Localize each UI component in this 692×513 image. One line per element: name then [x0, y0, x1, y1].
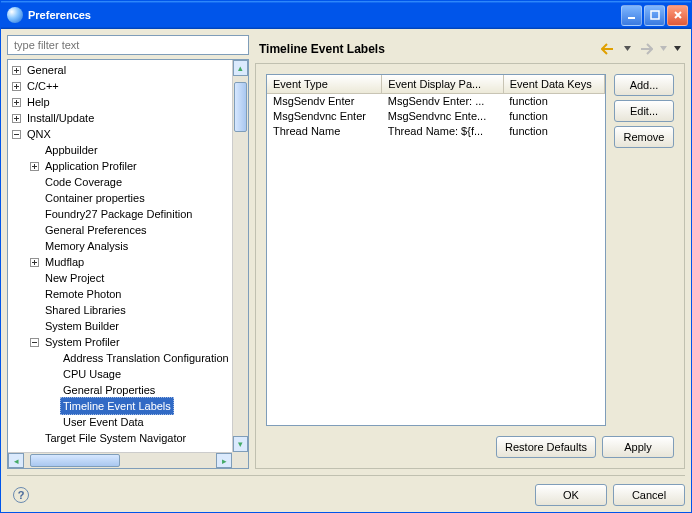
tree-spacer — [48, 418, 57, 427]
tree-item[interactable]: Address Translation Configuration — [8, 350, 232, 366]
expand-icon[interactable] — [12, 98, 21, 107]
tree-item[interactable]: Target File System Navigator — [8, 430, 232, 446]
scroll-left-arrow-icon[interactable]: ◂ — [8, 453, 24, 468]
tree-item[interactable]: Memory Analysis — [8, 238, 232, 254]
titlebar[interactable]: Preferences — [1, 1, 691, 29]
tree-item-label: Mudflap — [42, 254, 87, 270]
tree-item[interactable]: Appbuilder — [8, 142, 232, 158]
svg-rect-1 — [651, 11, 659, 19]
tree-spacer — [30, 306, 39, 315]
menu-dropdown-icon[interactable] — [673, 41, 681, 57]
tree-item[interactable]: QNX — [8, 126, 232, 142]
tree-item[interactable]: General Properties — [8, 382, 232, 398]
table-row-empty — [267, 183, 605, 198]
event-labels-table[interactable]: Event Type Event Display Pa... Event Dat… — [266, 74, 606, 426]
expand-icon[interactable] — [12, 66, 21, 75]
tree-spacer — [30, 290, 39, 299]
column-header[interactable]: Event Display Pa... — [382, 75, 504, 93]
cancel-button[interactable]: Cancel — [613, 484, 685, 506]
preferences-window: Preferences GeneralC/C++HelpInstal — [0, 0, 692, 513]
scroll-right-arrow-icon[interactable]: ▸ — [216, 453, 232, 468]
tree-item[interactable]: Code Coverage — [8, 174, 232, 190]
tree-horizontal-scrollbar[interactable]: ◂ ▸ — [8, 452, 232, 468]
tree-item-label: Memory Analysis — [42, 238, 131, 254]
expand-icon[interactable] — [30, 162, 39, 171]
filter-field[interactable] — [7, 35, 249, 55]
tree-item-label: General Properties — [60, 382, 158, 398]
dropdown-icon[interactable] — [623, 41, 631, 57]
collapse-icon[interactable] — [12, 130, 21, 139]
table-row-empty — [267, 243, 605, 258]
apply-button[interactable]: Apply — [602, 436, 674, 458]
scroll-down-arrow-icon[interactable]: ▾ — [233, 436, 248, 452]
tree-vertical-scrollbar[interactable]: ▴ ▾ — [232, 60, 248, 452]
table-row-empty — [267, 258, 605, 273]
restore-defaults-button[interactable]: Restore Defaults — [496, 436, 596, 458]
table-row[interactable]: Thread NameThread Name: ${f...function — [267, 123, 605, 138]
table-row-empty — [267, 198, 605, 213]
table-row-empty — [267, 348, 605, 363]
expand-icon[interactable] — [30, 258, 39, 267]
tree-item[interactable]: Remote Photon — [8, 286, 232, 302]
table-row[interactable]: MsgSendvnc EnterMsgSendvnc Ente...functi… — [267, 108, 605, 123]
tree-item-label: Help — [24, 94, 53, 110]
ok-button[interactable]: OK — [535, 484, 607, 506]
tree-spacer — [30, 178, 39, 187]
tree-item[interactable]: Container properties — [8, 190, 232, 206]
tree-spacer — [30, 322, 39, 331]
table-row-empty — [267, 393, 605, 408]
remove-button[interactable]: Remove — [614, 126, 674, 148]
edit-button[interactable]: Edit... — [614, 100, 674, 122]
preferences-tree[interactable]: GeneralC/C++HelpInstall/UpdateQNXAppbuil… — [7, 59, 249, 469]
table-row[interactable]: MsgSendv EnterMsgSendv Enter: ...functio… — [267, 93, 605, 108]
tree-item[interactable]: System Profiler — [8, 334, 232, 350]
close-button[interactable] — [667, 5, 688, 26]
tree-item-label: Application Profiler — [42, 158, 140, 174]
column-header[interactable]: Event Data Keys — [503, 75, 604, 93]
table-row-empty — [267, 288, 605, 303]
scroll-up-arrow-icon[interactable]: ▴ — [233, 60, 248, 76]
tree-item-label: New Project — [42, 270, 107, 286]
tree-item-label: Target File System Navigator — [42, 430, 189, 446]
tree-item[interactable]: Help — [8, 94, 232, 110]
tree-item[interactable]: Mudflap — [8, 254, 232, 270]
maximize-button[interactable] — [644, 5, 665, 26]
tree-item[interactable]: Foundry27 Package Definition — [8, 206, 232, 222]
filter-input[interactable] — [12, 38, 244, 52]
tree-item-label: C/C++ — [24, 78, 62, 94]
nav-forward-icon[interactable] — [637, 41, 653, 57]
table-cell: MsgSendvnc Enter — [267, 108, 382, 123]
expand-icon[interactable] — [12, 82, 21, 91]
tree-item[interactable]: Timeline Event Labels — [8, 398, 232, 414]
column-header[interactable]: Event Type — [267, 75, 382, 93]
tree-item[interactable]: C/C++ — [8, 78, 232, 94]
tree-item[interactable]: New Project — [8, 270, 232, 286]
scroll-thumb[interactable] — [234, 82, 247, 132]
help-icon[interactable]: ? — [13, 487, 29, 503]
tree-item-label: User Event Data — [60, 414, 147, 430]
tree-item[interactable]: User Event Data — [8, 414, 232, 430]
table-cell: MsgSendv Enter: ... — [382, 93, 504, 108]
minimize-button[interactable] — [621, 5, 642, 26]
tree-item[interactable]: Shared Libraries — [8, 302, 232, 318]
scroll-thumb[interactable] — [30, 454, 120, 467]
tree-item[interactable]: System Builder — [8, 318, 232, 334]
collapse-icon[interactable] — [30, 338, 39, 347]
tree-item[interactable]: General Preferences — [8, 222, 232, 238]
scroll-corner — [232, 452, 248, 468]
table-cell: function — [503, 123, 604, 138]
tree-item[interactable]: CPU Usage — [8, 366, 232, 382]
svg-rect-0 — [628, 17, 635, 19]
tree-item-label: System Builder — [42, 318, 122, 334]
tree-item[interactable]: Install/Update — [8, 110, 232, 126]
dropdown-icon[interactable] — [659, 41, 667, 57]
table-row-empty — [267, 273, 605, 288]
tree-spacer — [30, 194, 39, 203]
tree-item[interactable]: General — [8, 62, 232, 78]
tree-item[interactable]: Application Profiler — [8, 158, 232, 174]
tree-item-label: Code Coverage — [42, 174, 125, 190]
nav-back-icon[interactable] — [601, 41, 617, 57]
expand-icon[interactable] — [12, 114, 21, 123]
page-title: Timeline Event Labels — [259, 42, 601, 56]
add-button[interactable]: Add... — [614, 74, 674, 96]
